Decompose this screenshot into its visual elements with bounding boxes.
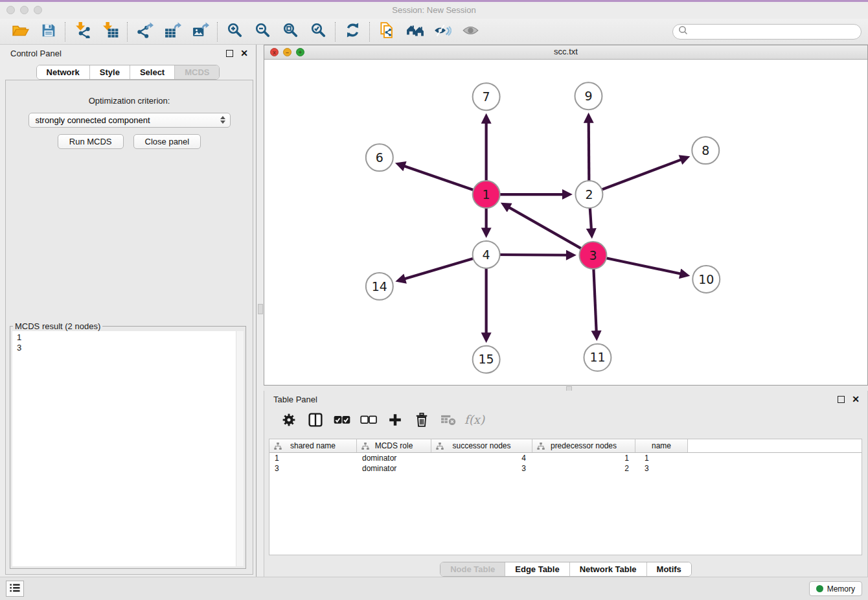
graph-node-3[interactable]: 3 [579,242,606,269]
tab-style[interactable]: Style [89,65,130,79]
svg-text:1: 1 [483,187,490,202]
memory-status-dot [816,585,823,592]
column-header-predecessor-nodes[interactable]: predecessor nodes [532,439,635,452]
zoom-out-button[interactable] [249,21,277,42]
network-canvas[interactable]: 7968124314101511 [264,59,867,385]
zoom-fit-button[interactable] [277,21,304,42]
graph-edge-3-1[interactable] [504,205,593,255]
table-cell[interactable]: dominator [357,454,431,463]
tab-select[interactable]: Select [130,65,174,79]
vertical-splitter[interactable] [256,45,264,579]
svg-text:15: 15 [479,352,494,366]
import-table-button[interactable] [97,21,124,42]
search-box[interactable] [672,24,862,40]
network-graph[interactable]: 7968124314101511 [264,59,867,385]
graph-node-14[interactable]: 14 [366,273,393,300]
refresh-layout-button[interactable] [339,21,367,42]
splitter-grip[interactable] [258,304,263,314]
tab-edge-table[interactable]: Edge Table [505,562,569,576]
graph-node-1[interactable]: 1 [473,181,500,208]
table-cell[interactable]: 3 [431,464,532,473]
zoom-selected-button[interactable] [304,21,332,42]
table-cell[interactable]: 1 [532,454,635,463]
table-cell[interactable]: 1 [269,454,357,463]
network-maximize-button[interactable]: + [296,48,304,56]
save-session-button[interactable] [34,21,62,42]
task-history-button[interactable] [6,581,24,597]
table-cell[interactable]: 1 [635,454,688,463]
duplicate-network-button[interactable] [373,21,401,42]
svg-text:9: 9 [584,89,592,103]
float-panel-icon[interactable] [838,396,845,403]
hide-selected-button[interactable] [429,21,457,42]
graph-node-7[interactable]: 7 [473,83,500,110]
table-toolbar: f(x) [269,409,862,433]
settings-gear-button[interactable] [281,413,297,430]
network-close-button[interactable]: x [270,48,279,56]
search-input[interactable] [691,26,856,37]
graph-edge-3-10[interactable] [593,255,686,275]
first-neighbors-button[interactable] [401,21,429,42]
export-image-button[interactable] [187,21,214,42]
table-panel-header: Table Panel ✕ [264,391,867,408]
close-panel-icon[interactable]: ✕ [240,49,248,57]
column-header-successor-nodes[interactable]: successor nodes [431,439,532,452]
export-table-button[interactable] [159,21,187,42]
graph-edge-2-8[interactable] [589,157,686,194]
memory-label: Memory [827,584,855,594]
select-all-button[interactable] [334,413,350,430]
delete-row-button[interactable] [414,413,429,430]
table-cell[interactable]: 2 [532,464,635,473]
tab-motifs[interactable]: Motifs [646,562,691,576]
graph-node-9[interactable]: 9 [575,82,602,110]
open-session-button[interactable] [6,21,34,42]
run-mcds-button[interactable]: Run MCDS [58,134,124,149]
import-network-button[interactable] [69,21,97,42]
node-table: shared nameMCDS rolesuccessor nodesprede… [269,439,862,555]
table-row[interactable]: 1dominator411 [269,453,862,463]
show-all-button[interactable] [457,21,485,42]
column-header-mcds-role[interactable]: MCDS role [357,439,431,452]
graph-node-8[interactable]: 8 [692,137,719,164]
graph-node-2[interactable]: 2 [575,181,602,208]
svg-text:11: 11 [589,350,605,364]
tab-network-table[interactable]: Network Table [569,562,646,576]
tab-network[interactable]: Network [37,65,89,79]
network-minimize-button[interactable]: – [283,48,291,56]
horizontal-splitter[interactable] [264,386,868,391]
tab-mcds[interactable]: MCDS [174,65,219,79]
close-panel-button[interactable]: Close panel [133,134,201,149]
zoom-in-button[interactable] [221,21,249,42]
graph-node-10[interactable]: 10 [692,266,720,293]
deselect-all-button[interactable] [361,413,376,430]
graph-node-15[interactable]: 15 [473,346,500,373]
table-cell[interactable]: 3 [635,464,688,473]
first-neighbors-icon [406,23,424,41]
main-toolbar [0,19,868,45]
tab-node-table[interactable]: Node Table [440,562,505,576]
mcds-tab-content: Optimization criterion: strongly connect… [5,80,253,575]
column-header-name[interactable]: name [635,439,688,452]
add-row-button[interactable] [387,413,403,430]
select-all-icon [334,415,350,428]
columns-button[interactable] [308,413,323,430]
close-panel-icon[interactable]: ✕ [852,395,860,403]
column-header-shared-name[interactable]: shared name [269,439,357,452]
memory-button[interactable]: Memory [809,581,862,596]
table-cell[interactable]: dominator [357,464,431,473]
workspace: Control Panel ✕ NetworkStyleSelectMCDS O… [0,45,868,579]
export-network-button[interactable] [131,21,159,42]
table-cell[interactable]: 3 [269,464,357,473]
table-row[interactable]: 3dominator323 [269,463,862,474]
table-cell[interactable]: 4 [431,454,532,463]
toolbar-separator [335,22,336,41]
graph-node-11[interactable]: 11 [584,344,611,371]
optimization-criterion-select[interactable]: strongly connected component [29,113,231,128]
graph-node-4[interactable]: 4 [473,241,500,268]
float-panel-icon[interactable] [226,50,233,57]
export-table-icon [165,22,181,41]
result-scrollbar[interactable] [236,331,244,566]
mcds-result-text[interactable]: 1 3 [12,331,244,566]
svg-text:4: 4 [483,248,490,262]
graph-node-6[interactable]: 6 [366,144,393,171]
